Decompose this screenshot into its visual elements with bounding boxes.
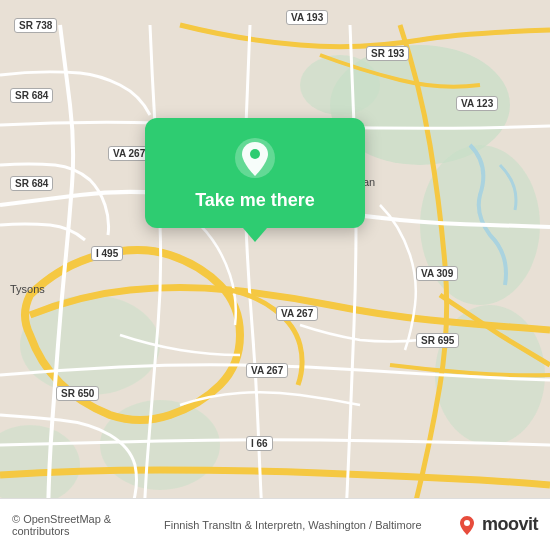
place-label-tysons: Tysons xyxy=(10,283,45,295)
road-label-va267c: VA 267 xyxy=(246,363,288,378)
moovit-pin-icon xyxy=(456,514,478,536)
location-text: Finnish Transltn & Interpretn, Washingto… xyxy=(164,519,456,531)
svg-point-9 xyxy=(464,520,470,526)
copyright-text: © OpenStreetMap & contributors xyxy=(12,513,158,537)
road-label-va309: VA 309 xyxy=(416,266,458,281)
location-pin-icon xyxy=(233,136,277,180)
map-svg xyxy=(0,0,550,550)
moovit-logo: moovit xyxy=(456,514,538,536)
road-label-va123: VA 123 xyxy=(456,96,498,111)
info-bar: © OpenStreetMap & contributors Finnish T… xyxy=(0,498,550,550)
road-label-sr650: SR 650 xyxy=(56,386,99,401)
road-label-sr193: SR 193 xyxy=(366,46,409,61)
road-label-sr738: SR 738 xyxy=(14,18,57,33)
road-label-i495: I 495 xyxy=(91,246,123,261)
popup-label: Take me there xyxy=(195,190,315,212)
road-label-sr695: SR 695 xyxy=(416,333,459,348)
location-popup[interactable]: Take me there xyxy=(145,118,365,228)
svg-point-8 xyxy=(250,149,260,159)
moovit-brand-text: moovit xyxy=(482,514,538,535)
road-label-sr684b: SR 684 xyxy=(10,176,53,191)
road-label-va267b: VA 267 xyxy=(276,306,318,321)
road-label-sr684a: SR 684 xyxy=(10,88,53,103)
map-container: SR 738 VA 193 SR 193 SR 684 VA 267 SR 68… xyxy=(0,0,550,550)
svg-point-3 xyxy=(0,425,80,505)
road-label-va193: VA 193 xyxy=(286,10,328,25)
road-label-i66: I 66 xyxy=(246,436,273,451)
road-label-va267a: VA 267 xyxy=(108,146,150,161)
